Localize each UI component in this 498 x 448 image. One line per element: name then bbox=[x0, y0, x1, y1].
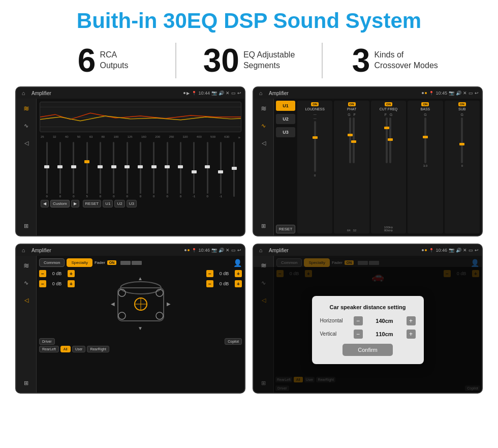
on-badge-loudness: ON bbox=[311, 102, 319, 106]
u2-btn[interactable]: U2 bbox=[276, 114, 295, 124]
minus-4[interactable]: − bbox=[206, 280, 213, 287]
user-btn[interactable]: User bbox=[72, 346, 86, 352]
confirm-button[interactable]: Confirm bbox=[343, 344, 393, 356]
speaker-icon-2[interactable]: ◁ bbox=[257, 137, 271, 148]
vol-icon-4[interactable]: 🔊 bbox=[456, 248, 461, 253]
plus-2[interactable]: + bbox=[68, 280, 75, 287]
freq-63: 63 bbox=[89, 135, 93, 140]
plus-1[interactable]: + bbox=[68, 270, 75, 277]
slider-12[interactable]: -1 bbox=[188, 142, 200, 198]
speaker-icon-1[interactable]: ◁ bbox=[19, 137, 34, 148]
fader-label: Fader bbox=[95, 260, 105, 265]
wave-icon-2[interactable]: ∿ bbox=[257, 120, 271, 131]
specialty-tab[interactable]: Specialty bbox=[67, 258, 92, 267]
all-btn[interactable]: All bbox=[60, 346, 71, 352]
u2-btn-1[interactable]: U2 bbox=[114, 200, 124, 207]
x-icon-3[interactable]: ✕ bbox=[226, 248, 230, 253]
svg-text:◀: ◀ bbox=[111, 301, 115, 307]
speaker-icon-3[interactable]: ◁ bbox=[19, 294, 34, 306]
u3-btn[interactable]: U3 bbox=[276, 127, 295, 137]
slider-8[interactable]: 0 bbox=[134, 142, 146, 198]
prev-btn[interactable]: ◀ bbox=[41, 200, 49, 207]
slider-5[interactable]: 0 bbox=[94, 142, 106, 198]
vol-icon-3[interactable]: 🔊 bbox=[219, 248, 224, 253]
pin-icon-4: 📍 bbox=[429, 248, 434, 253]
common-tab[interactable]: Common bbox=[39, 258, 65, 267]
on-badge-fader: ON bbox=[107, 260, 117, 265]
minus-1[interactable]: − bbox=[39, 270, 46, 277]
freq-500: 500 bbox=[210, 135, 215, 140]
minus-2[interactable]: − bbox=[39, 280, 46, 287]
rearright-btn[interactable]: RearRight bbox=[87, 346, 109, 352]
driver-btn[interactable]: Driver bbox=[39, 338, 55, 345]
x-icon-2[interactable]: ✕ bbox=[463, 91, 467, 96]
slider-13[interactable]: 0 bbox=[201, 142, 213, 198]
vol-icon-2[interactable]: 🔊 bbox=[456, 91, 461, 96]
u1-btn-1[interactable]: U1 bbox=[103, 200, 113, 207]
wave-icon-3[interactable]: ∿ bbox=[19, 277, 34, 288]
wave-icon-1[interactable]: ∿ bbox=[19, 120, 34, 131]
slider-6[interactable]: 0 bbox=[108, 142, 120, 198]
slider-14[interactable]: -1 bbox=[214, 142, 227, 198]
back-icon-3[interactable]: ↩ bbox=[237, 248, 241, 253]
plus-3[interactable]: + bbox=[235, 270, 242, 277]
reset-btn-1[interactable]: RESET bbox=[83, 200, 102, 207]
rearleft-btn[interactable]: RearLeft bbox=[39, 346, 59, 352]
back-icon-2[interactable]: ↩ bbox=[475, 91, 479, 96]
status-right-4: 📍 10:46 📷 🔊 ✕ ▭ ↩ bbox=[429, 248, 479, 253]
home-icon-4[interactable] bbox=[257, 246, 265, 254]
vertical-value: 110cm bbox=[366, 331, 403, 337]
expand-icon-3[interactable]: ⊞ bbox=[19, 377, 34, 389]
rect-icon-3[interactable]: ▭ bbox=[231, 248, 236, 253]
rect-icon-4[interactable]: ▭ bbox=[469, 248, 473, 253]
slider-9[interactable]: 0 bbox=[148, 142, 160, 198]
freq-320: 320 bbox=[183, 135, 188, 140]
back-icon-4[interactable]: ↩ bbox=[475, 248, 479, 253]
eq-icon-2[interactable]: ≋ bbox=[257, 103, 271, 114]
home-icon-2[interactable] bbox=[257, 89, 265, 97]
time-1: 10:44 bbox=[198, 91, 210, 96]
back-icon-1[interactable]: ↩ bbox=[237, 91, 241, 96]
freq-100: 100 bbox=[113, 135, 118, 140]
u3-btn-1[interactable]: U3 bbox=[127, 200, 137, 207]
slider-1[interactable]: 0 bbox=[41, 142, 53, 198]
eq-content: 25 32 40 50 63 80 100 125 160 200 250 32… bbox=[37, 99, 244, 235]
x-icon-4[interactable]: ✕ bbox=[463, 248, 467, 253]
eq-icon-3[interactable]: ≋ bbox=[19, 260, 34, 271]
vol-icon-1[interactable]: 🔊 bbox=[219, 91, 224, 96]
freq-630: 630 bbox=[224, 135, 229, 140]
copilot-btn[interactable]: Copilot bbox=[225, 338, 242, 345]
expand-icon-2[interactable]: ⊞ bbox=[257, 220, 271, 231]
cross-phat: ON PHAT G F 64 32 bbox=[334, 101, 369, 233]
status-right-2: 📍 10:45 📷 🔊 ✕ ▭ ↩ bbox=[429, 91, 479, 96]
slider-15[interactable] bbox=[228, 142, 240, 198]
freq-200: 200 bbox=[155, 135, 160, 140]
slider-2[interactable]: 0 bbox=[54, 142, 66, 198]
slider-4[interactable]: 5 bbox=[81, 142, 93, 198]
freq-more: » bbox=[238, 135, 240, 140]
horizontal-plus[interactable]: + bbox=[407, 316, 416, 325]
vertical-minus[interactable]: − bbox=[354, 330, 363, 339]
vertical-plus[interactable]: + bbox=[407, 330, 416, 339]
x-icon-1[interactable]: ✕ bbox=[226, 91, 230, 96]
eq-icon-1[interactable]: ≋ bbox=[19, 103, 34, 114]
slider-10[interactable]: 0 bbox=[161, 142, 173, 198]
slider-11[interactable]: 0 bbox=[174, 142, 186, 198]
slider-3[interactable]: 0 bbox=[68, 142, 80, 198]
u1-btn[interactable]: U1 bbox=[276, 101, 295, 111]
next-btn[interactable]: ▶ bbox=[71, 200, 79, 207]
nav-dots-4 bbox=[422, 249, 427, 251]
rect-icon-2[interactable]: ▭ bbox=[469, 91, 473, 96]
play-icon-1[interactable]: ▶ bbox=[186, 91, 190, 96]
slider-7[interactable]: 0 bbox=[121, 142, 133, 198]
user-icon-3[interactable]: 👤 bbox=[233, 259, 242, 267]
home-icon-3[interactable] bbox=[19, 246, 27, 254]
eq-bottom: ◀ Custom ▶ RESET U1 U2 U3 bbox=[40, 198, 241, 207]
plus-4[interactable]: + bbox=[235, 280, 242, 287]
reset-btn-2[interactable]: RESET bbox=[276, 225, 295, 233]
rect-icon-1[interactable]: ▭ bbox=[231, 91, 236, 96]
horizontal-minus[interactable]: − bbox=[354, 316, 363, 325]
home-icon-1[interactable] bbox=[19, 89, 27, 97]
minus-3[interactable]: − bbox=[206, 270, 213, 277]
expand-icon-1[interactable]: ⊞ bbox=[19, 220, 34, 231]
